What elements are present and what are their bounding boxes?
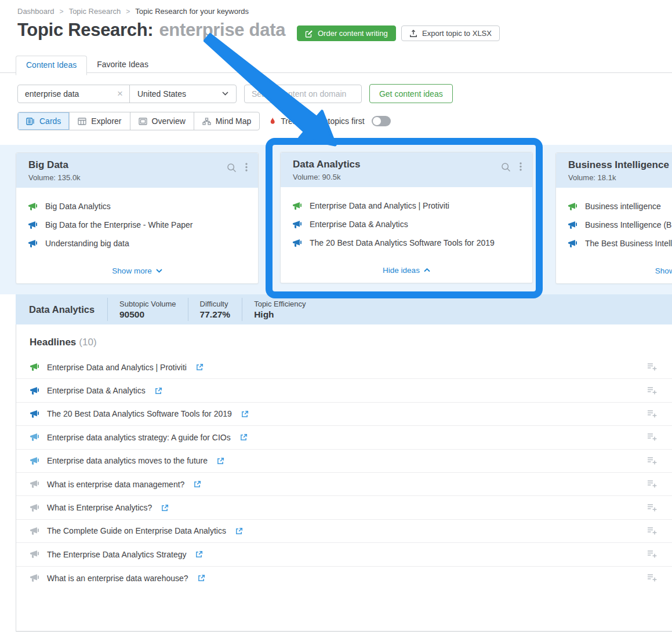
order-button-label: Order content writing — [318, 29, 388, 38]
idea-row[interactable]: The 20 Best Data Analytics Software Tool… — [292, 234, 521, 252]
headline-link[interactable]: What is an enterprise data warehouse? — [47, 574, 188, 583]
megaphone-icon — [568, 221, 577, 229]
add-to-list-icon[interactable] — [647, 386, 657, 395]
show-more-link[interactable]: Show more — [556, 267, 672, 283]
idea-text: The 20 Best Data Analytics Software Tool… — [310, 238, 495, 247]
hide-ideas-link[interactable]: Hide ideas — [281, 266, 532, 283]
external-link-icon[interactable] — [240, 433, 248, 441]
get-content-ideas-button[interactable]: Get content ideas — [369, 84, 453, 103]
add-to-list-icon[interactable] — [647, 527, 657, 535]
view-toggle-row: Cards Explorer Overview — [17, 112, 391, 130]
keyword-country-combo: × United States — [17, 85, 237, 103]
headline-link[interactable]: The Complete Guide on Enterprise Data An… — [47, 526, 226, 535]
external-link-icon[interactable] — [241, 410, 249, 418]
megaphone-icon — [30, 504, 39, 512]
annotation-highlight-box: Data Analytics Volume: 90.5k Enterprise … — [266, 138, 543, 298]
add-to-list-icon[interactable] — [647, 504, 657, 512]
add-to-list-icon[interactable] — [647, 550, 657, 559]
export-button-label: Export topic to XLSX — [422, 29, 492, 38]
view-explorer-button[interactable]: Explorer — [70, 112, 130, 130]
trending-toggle[interactable] — [372, 116, 391, 126]
show-more-label: Show more — [112, 267, 151, 275]
external-link-icon[interactable] — [161, 504, 169, 512]
show-more-link[interactable]: Show more — [16, 267, 258, 283]
search-icon[interactable] — [501, 162, 511, 172]
add-to-list-icon[interactable] — [647, 433, 657, 442]
headline-link[interactable]: Enterprise Data and Analytics | Protivit… — [47, 363, 187, 372]
export-xlsx-button[interactable]: Export topic to XLSX — [401, 25, 500, 41]
headline-link[interactable]: The 20 Best Data Analytics Software Tool… — [47, 409, 232, 418]
keyword-input[interactable] — [18, 89, 111, 99]
megaphone-icon — [292, 239, 302, 247]
tab-content-ideas[interactable]: Content Ideas — [16, 56, 87, 75]
external-link-icon[interactable] — [195, 550, 203, 558]
idea-row[interactable]: Business Intelligence (BI): The — [568, 216, 672, 234]
headline-link[interactable]: What is Enterprise Analytics? — [47, 503, 152, 512]
add-to-list-icon[interactable] — [647, 457, 657, 465]
idea-row[interactable]: Business intelligence — [568, 197, 672, 216]
breadcrumb-separator: > — [60, 8, 64, 16]
search-icon[interactable] — [227, 163, 237, 173]
page-title: Topic Research:enterprise data — [17, 20, 285, 41]
order-content-writing-button[interactable]: Order content writing — [297, 25, 396, 41]
kebab-menu-icon[interactable] — [520, 162, 522, 172]
idea-row[interactable]: The Best Business Intelligence — [568, 234, 672, 253]
megaphone-icon — [568, 239, 577, 248]
megaphone-icon — [28, 239, 37, 248]
headline-row: Enterprise Data and Analytics | Protivit… — [16, 356, 672, 379]
clear-keyword-icon[interactable]: × — [111, 85, 129, 103]
card-volume: Volume: 18.1k — [568, 173, 672, 182]
idea-row[interactable]: Enterprise Data and Analytics | Protivit… — [292, 196, 521, 215]
external-link-icon[interactable] — [196, 363, 204, 371]
headline-link[interactable]: Enterprise data analytics strategy: A gu… — [47, 433, 231, 442]
edit-icon — [305, 30, 313, 38]
idea-text: Enterprise Data and Analytics | Protivit… — [310, 201, 449, 210]
megaphone-icon — [28, 202, 37, 211]
add-to-list-icon[interactable] — [647, 480, 657, 488]
card-title: Big Data — [28, 159, 227, 171]
idea-row[interactable]: Big Data for the Enterprise - White Pape… — [28, 216, 246, 234]
tab-favorite-ideas[interactable]: Favorite Ideas — [87, 56, 158, 75]
headline-row: What is Enterprise Analytics? — [16, 496, 672, 519]
view-mindmap-button[interactable]: Mind Map — [194, 112, 259, 130]
breadcrumb-dashboard[interactable]: Dashboard — [17, 7, 55, 16]
idea-row[interactable]: Enterprise Data & Analytics — [292, 215, 521, 234]
idea-row[interactable]: Understanding big data — [28, 234, 246, 253]
domain-search-input[interactable] — [244, 85, 362, 103]
kebab-menu-icon[interactable] — [245, 163, 248, 173]
megaphone-icon — [292, 202, 302, 210]
country-select-value: United States — [137, 89, 186, 99]
add-to-list-icon[interactable] — [647, 574, 657, 582]
view-cards-label: Cards — [39, 116, 61, 126]
headline-row: What is enterprise data management? — [16, 473, 672, 496]
headline-link[interactable]: Enterprise data analytics moves to the f… — [47, 456, 208, 465]
headline-link[interactable]: Enterprise Data & Analytics — [47, 386, 146, 395]
headline-link[interactable]: The Enterprise Data Analytics Strategy — [47, 550, 186, 559]
megaphone-icon — [30, 550, 39, 559]
external-link-icon[interactable] — [198, 574, 205, 582]
headlines-title-label: Headlines — [30, 337, 76, 348]
add-to-list-icon[interactable] — [647, 410, 657, 418]
add-to-list-icon[interactable] — [647, 363, 657, 371]
megaphone-icon — [292, 220, 302, 229]
headline-row: What is an enterprise data warehouse? — [16, 567, 672, 590]
external-link-icon[interactable] — [155, 387, 162, 395]
export-icon — [409, 30, 417, 38]
external-link-icon[interactable] — [235, 527, 243, 535]
trending-label: Trending subtopics first — [281, 116, 364, 126]
idea-text: Enterprise Data & Analytics — [310, 220, 408, 229]
headline-link[interactable]: What is enterprise data management? — [47, 480, 184, 489]
view-cards-button[interactable]: Cards — [18, 112, 70, 130]
breadcrumb-topic-research[interactable]: Topic Research — [69, 7, 121, 16]
megaphone-icon — [28, 221, 37, 229]
external-link-icon[interactable] — [217, 457, 224, 465]
external-link-icon[interactable] — [194, 480, 201, 488]
country-select[interactable]: United States — [130, 85, 236, 103]
headline-row: Enterprise data analytics strategy: A gu… — [16, 426, 672, 449]
idea-row[interactable]: Big Data Analytics — [28, 197, 246, 216]
card-volume: Volume: 135.0k — [28, 173, 227, 182]
view-overview-button[interactable]: Overview — [130, 112, 194, 130]
headline-row: The Enterprise Data Analytics Strategy — [16, 543, 672, 566]
headlines-count: (10) — [79, 337, 96, 348]
breadcrumb: Dashboard > Topic Research > Topic Resea… — [17, 7, 249, 16]
